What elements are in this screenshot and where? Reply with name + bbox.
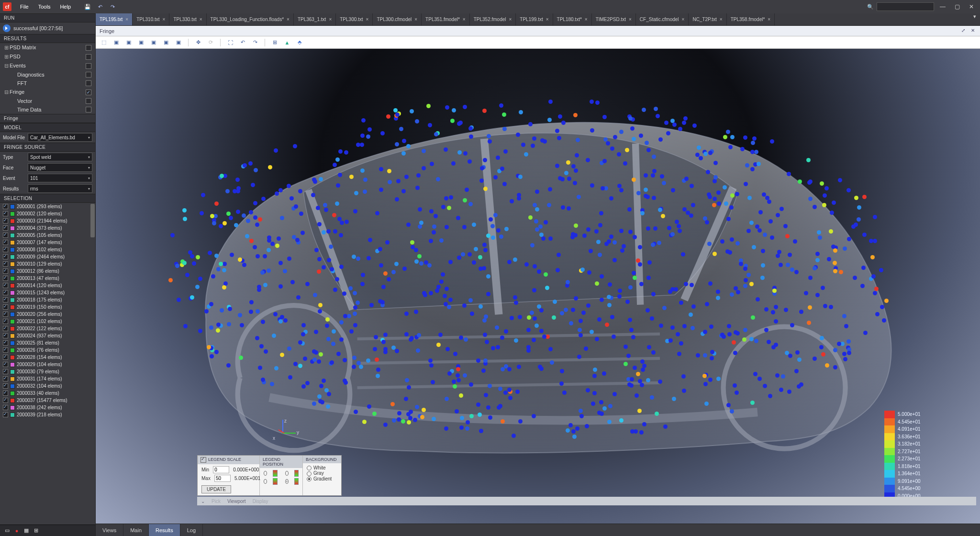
selection-checkbox[interactable]	[3, 347, 8, 353]
file-tab[interactable]: TPL330_Loading_Function.floads*×	[207, 13, 294, 25]
selection-checkbox[interactable]	[3, 304, 8, 310]
file-tab[interactable]: TPL195.txt×	[96, 13, 133, 25]
selection-checkbox[interactable]	[3, 204, 8, 209]
selection-checkbox[interactable]	[3, 369, 8, 374]
tab-close-icon[interactable]: ×	[546, 17, 549, 22]
results-checkbox[interactable]	[86, 54, 91, 60]
file-tab[interactable]: TPL351.fmodel*×	[422, 13, 470, 25]
results-checkbox[interactable]	[86, 107, 91, 112]
selection-item[interactable]: 2000025 (81 elems)	[0, 339, 95, 346]
selection-checkbox[interactable]	[3, 240, 8, 245]
selection-item[interactable]: 2000004 (373 elems)	[0, 224, 95, 232]
legend-pos-bl-radio[interactable]	[264, 479, 267, 484]
file-tab[interactable]: TPL300.txt×	[336, 13, 373, 25]
results-row[interactable]: Diagnostics	[0, 70, 95, 79]
selection-item[interactable]: 2000021 (102 elems)	[0, 318, 95, 325]
fringe-event-select[interactable]: 101	[28, 174, 92, 182]
selection-item[interactable]: 2000019 (150 elems)	[0, 303, 95, 311]
marker-icon[interactable]: ▲	[283, 38, 291, 47]
view-mode-4-icon[interactable]: ⊞	[33, 527, 39, 534]
fringe-results-select[interactable]: rms	[28, 184, 92, 193]
selection-checkbox[interactable]	[3, 211, 8, 216]
tab-close-icon[interactable]: ×	[414, 17, 417, 22]
save-icon[interactable]: 💾	[83, 2, 92, 11]
viewport-close-icon[interactable]: ✕	[969, 28, 976, 34]
play-icon[interactable]	[3, 24, 11, 32]
menu-help[interactable]: Help	[55, 4, 76, 10]
file-tab[interactable]: CF_Static.cfmodel×	[636, 13, 689, 25]
selection-checkbox[interactable]	[3, 391, 8, 396]
selection-checkbox[interactable]	[3, 218, 8, 223]
selection-item[interactable]: 2000033 (40 elems)	[0, 390, 95, 397]
file-tab[interactable]: TPL180.txt*×	[553, 13, 592, 25]
results-row[interactable]: ⊟Fringe	[0, 88, 95, 97]
selection-item[interactable]: 2000026 (76 elems)	[0, 346, 95, 354]
selection-checkbox[interactable]	[3, 398, 8, 403]
grid-icon[interactable]: ⊞	[270, 38, 279, 47]
rotate-icon[interactable]: ⟳	[206, 38, 215, 47]
selection-checkbox[interactable]	[3, 225, 8, 231]
legend-min-input[interactable]	[213, 466, 229, 473]
view-back-icon[interactable]: ▣	[124, 38, 133, 47]
menu-tools[interactable]: Tools	[33, 4, 56, 10]
undo-icon[interactable]: ↶	[96, 2, 104, 11]
menu-file[interactable]: File	[15, 4, 33, 10]
results-checkbox[interactable]	[86, 63, 91, 69]
selection-item[interactable]: 2000028 (154 elems)	[0, 354, 95, 361]
model-file-select[interactable]: Car_All_Elements.bd	[28, 133, 92, 142]
redo-view-icon[interactable]: ↷	[251, 38, 259, 47]
legend-update-button[interactable]: UPDATE	[201, 485, 231, 493]
selection-checkbox[interactable]	[3, 319, 8, 324]
fit-view-icon[interactable]: ⬚	[100, 38, 108, 47]
center-icon[interactable]: ✥	[194, 38, 202, 47]
selection-item[interactable]: 2000007 (147 elems)	[0, 239, 95, 246]
bottom-tab-results[interactable]: Results	[149, 524, 180, 536]
view-front-icon[interactable]: ▣	[112, 38, 121, 47]
selection-item[interactable]: 2000038 (242 elems)	[0, 404, 95, 411]
tab-close-icon[interactable]: ×	[682, 17, 685, 22]
viewport-3d[interactable]: z y x LEGEND SCALE Min 0.000E+000 Max 5.…	[96, 49, 980, 524]
zoom-box-icon[interactable]: ⛶	[226, 38, 234, 47]
file-tab[interactable]: TPL352.fmodel×	[470, 13, 516, 25]
selection-checkbox[interactable]	[3, 261, 8, 267]
selection-checkbox[interactable]	[3, 283, 8, 288]
tab-close-icon[interactable]: ×	[125, 17, 128, 22]
bg-gradient-radio[interactable]	[307, 477, 312, 481]
selection-item[interactable]: 2000013 (47 elems)	[0, 275, 95, 282]
results-row[interactable]: ⊟Events	[0, 61, 95, 70]
selection-checkbox[interactable]	[3, 355, 8, 360]
tab-close-icon[interactable]: ×	[585, 17, 588, 22]
tab-close-icon[interactable]: ×	[366, 17, 369, 22]
selection-item[interactable]: 2000030 (79 elems)	[0, 368, 95, 375]
selection-checkbox[interactable]	[3, 405, 8, 410]
file-tab[interactable]: NC_T2P.txt×	[689, 13, 726, 25]
selection-item[interactable]: 2000014 (120 elems)	[0, 282, 95, 289]
tab-close-icon[interactable]: ×	[463, 17, 466, 22]
footer-pick[interactable]: Pick	[212, 499, 221, 504]
selection-item[interactable]: 2000003 (21944 elems)	[0, 217, 95, 224]
run-status-row[interactable]: successful [00:27:56]	[0, 22, 95, 34]
selection-item[interactable]: 2000005 (105 elems)	[0, 232, 95, 239]
legend-pos-tr-radio[interactable]	[285, 471, 289, 476]
results-checkbox[interactable]	[86, 89, 91, 95]
legend-scale-checkbox[interactable]	[200, 457, 206, 463]
file-tab[interactable]: TIME2PSD.txt×	[592, 13, 636, 25]
view-mode-3-icon[interactable]: ▦	[23, 527, 30, 534]
bottom-tab-views[interactable]: Views	[96, 524, 123, 536]
file-tab[interactable]: TPL330.txt×	[169, 13, 206, 25]
bg-gray-radio[interactable]	[307, 471, 312, 476]
tab-close-icon[interactable]: ×	[629, 17, 632, 22]
file-tab[interactable]: TPL199.txt×	[516, 13, 553, 25]
selection-checkbox[interactable]	[3, 254, 8, 259]
maximize-button[interactable]: ▢	[951, 3, 963, 10]
selection-item[interactable]: 2000031 (174 elems)	[0, 375, 95, 382]
results-checkbox[interactable]	[86, 98, 91, 104]
results-row[interactable]: FFT	[0, 79, 95, 88]
tab-close-icon[interactable]: ×	[163, 17, 166, 22]
view-bottom-icon[interactable]: ▣	[174, 38, 183, 47]
selection-item[interactable]: 2000029 (104 elems)	[0, 361, 95, 368]
bg-white-radio[interactable]	[307, 466, 312, 470]
selection-checkbox[interactable]	[3, 268, 8, 274]
selection-item[interactable]: 2000010 (129 elems)	[0, 260, 95, 268]
selection-scrollbar[interactable]	[90, 204, 95, 237]
